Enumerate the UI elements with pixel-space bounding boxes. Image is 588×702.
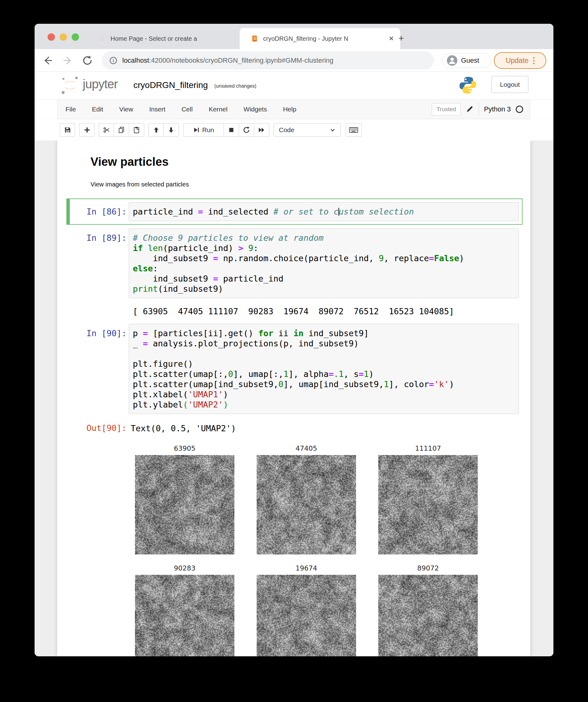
chevron-down-icon bbox=[329, 127, 336, 133]
restart-run-all-button[interactable] bbox=[254, 123, 269, 137]
output-prompt: Out[90]: bbox=[70, 423, 127, 434]
menu-item-kernel[interactable]: Kernel bbox=[201, 106, 235, 113]
chrome-update-button[interactable]: Update bbox=[494, 52, 546, 69]
particle-image-63905: 63905 bbox=[135, 445, 234, 555]
code-cell-86[interactable]: In [86]:particle_ind = ind_selected # or… bbox=[67, 199, 522, 225]
code-editor[interactable]: p = [particles[ii].get() for ii in ind_s… bbox=[129, 324, 519, 414]
paste-icon bbox=[133, 126, 140, 134]
jupyter-logo-icon[interactable] bbox=[60, 75, 80, 95]
cell-type-select[interactable]: Code bbox=[274, 123, 340, 137]
menu-item-cell[interactable]: Cell bbox=[174, 106, 201, 113]
profile-name: Guest bbox=[461, 56, 479, 65]
menu-item-file[interactable]: File bbox=[58, 106, 84, 113]
menu-item-view[interactable]: View bbox=[111, 106, 141, 113]
save-group bbox=[60, 123, 75, 137]
copy-cell-button[interactable] bbox=[114, 123, 129, 137]
browser-tab-notebook-active[interactable]: cryoDRGN_filtering - Jupyter N ✕ bbox=[239, 28, 400, 49]
input-prompt: In [89]: bbox=[70, 228, 127, 298]
browser-toolbar: localhost:42000/notebooks/cryoDRGN_filte… bbox=[34, 49, 554, 72]
update-label: Update bbox=[505, 56, 528, 65]
profile-button[interactable]: Guest bbox=[442, 53, 491, 68]
menu-item-insert[interactable]: Insert bbox=[141, 106, 174, 113]
menubar-divider bbox=[479, 103, 479, 116]
move-cell-group bbox=[149, 123, 179, 137]
reload-icon[interactable] bbox=[82, 55, 93, 66]
logout-button[interactable]: Logout bbox=[491, 76, 528, 93]
notebook-scroll-area[interactable]: View particles View images from selected… bbox=[34, 140, 554, 656]
particle-micrograph-canvas bbox=[135, 455, 234, 555]
particle-micrograph-canvas bbox=[378, 455, 478, 555]
tab-title: cryoDRGN_filtering - Jupyter N bbox=[263, 35, 387, 42]
chrome-menu-icon[interactable] bbox=[533, 57, 534, 64]
traffic-light-close-button[interactable] bbox=[47, 33, 55, 41]
run-cell-button[interactable]: Run bbox=[183, 123, 224, 137]
traffic-light-zoom-button[interactable] bbox=[72, 33, 79, 41]
logout-label: Logout bbox=[500, 81, 520, 88]
tab-close-icon[interactable]: ✕ bbox=[387, 34, 396, 43]
url-address-bar[interactable]: localhost:42000/notebooks/cryoDRGN_filte… bbox=[102, 51, 434, 70]
kernel-name: Python 3 bbox=[484, 105, 511, 113]
add-cell-button[interactable] bbox=[79, 123, 95, 137]
particle-image-47405: 47405 bbox=[257, 445, 356, 555]
particle-image-19674: 19674 bbox=[257, 564, 356, 656]
run-group: Run bbox=[183, 123, 269, 137]
markdown-paragraph: View images from selected particles bbox=[91, 181, 522, 188]
menu-item-edit[interactable]: Edit bbox=[84, 106, 111, 113]
menu-item-widgets[interactable]: Widgets bbox=[235, 106, 275, 113]
code-editor[interactable]: particle_ind = ind_selected # or set to … bbox=[129, 202, 519, 221]
code-cell-90[interactable]: In [90]:p = [particles[ii].get() for ii … bbox=[67, 320, 522, 437]
keyboard-icon bbox=[349, 126, 358, 134]
trusted-badge[interactable]: Trusted bbox=[432, 103, 461, 115]
code-editor[interactable]: # Choose 9 particles to view at randomif… bbox=[129, 228, 519, 298]
move-cell-up-button[interactable] bbox=[149, 123, 164, 137]
forward-icon[interactable] bbox=[63, 55, 74, 66]
traffic-light-minimize-button[interactable] bbox=[60, 33, 67, 41]
move-cell-down-button[interactable] bbox=[164, 123, 179, 137]
screenshot-root: { "browser": { "tabs": [ {"title": "Home… bbox=[0, 0, 588, 702]
menu-items: FileEditViewInsertCellKernelWidgetsHelp bbox=[58, 106, 304, 113]
restart-kernel-button[interactable] bbox=[239, 123, 254, 137]
particle-micrograph-canvas bbox=[378, 575, 478, 656]
notebook-title[interactable]: cryoDRGN_filtering bbox=[133, 80, 208, 90]
interrupt-kernel-button[interactable] bbox=[224, 123, 239, 137]
particle-image-89072: 89072 bbox=[378, 564, 478, 656]
particle-micrograph-canvas bbox=[257, 575, 356, 656]
jupyter-logo-text[interactable]: jupyter bbox=[83, 77, 118, 91]
particle-image-title: 63905 bbox=[135, 445, 234, 453]
figure-row-1: 6390547405111107 bbox=[135, 445, 522, 555]
jupyter-menubar: FileEditViewInsertCellKernelWidgetsHelp … bbox=[57, 99, 530, 119]
code-cell-89[interactable]: In [89]:# Choose 9 particles to view at … bbox=[67, 225, 522, 320]
plus-icon bbox=[84, 127, 91, 133]
cell-list: In [86]:particle_ind = ind_selected # or… bbox=[67, 199, 522, 437]
menu-item-help[interactable]: Help bbox=[275, 106, 304, 113]
particle-micrograph-canvas bbox=[135, 575, 234, 656]
input-prompt: In [90]: bbox=[70, 324, 127, 414]
cut-cell-button[interactable] bbox=[99, 123, 114, 137]
particle-micrograph-canvas bbox=[257, 455, 356, 555]
stdout-output: [ 63905 47405 111107 90283 19674 89072 7… bbox=[133, 306, 454, 317]
clipboard-group bbox=[99, 123, 144, 137]
copy-icon bbox=[118, 126, 125, 134]
url-text: localhost:42000/notebooks/cryoDRGN_filte… bbox=[122, 56, 333, 65]
back-icon[interactable] bbox=[42, 55, 53, 66]
notebook-save-status: (unsaved changes) bbox=[214, 83, 256, 89]
browser-tab-bar: Home Page - Select or create a ✕ cryoDRG… bbox=[34, 24, 554, 49]
save-button[interactable] bbox=[60, 123, 75, 137]
stop-icon bbox=[228, 127, 234, 133]
paste-cell-button[interactable] bbox=[129, 123, 144, 137]
command-palette-button[interactable] bbox=[346, 123, 362, 137]
page-info-icon[interactable] bbox=[109, 56, 117, 65]
browser-tab-home[interactable]: Home Page - Select or create a ✕ bbox=[90, 28, 252, 49]
markdown-heading: View particles bbox=[91, 155, 522, 168]
jupyter-header: jupyter cryoDRGN_filtering (unsaved chan… bbox=[34, 72, 554, 99]
figure-row-2: 902831967489072 bbox=[135, 564, 522, 656]
jupyter-favicon-icon bbox=[98, 35, 106, 42]
particle-image-title: 19674 bbox=[257, 564, 356, 572]
particle-figure-grid: 6390547405111107902831967489072 bbox=[67, 445, 522, 656]
arrow-down-icon bbox=[168, 127, 175, 133]
new-tab-button[interactable]: + bbox=[395, 32, 407, 44]
arrow-up-icon bbox=[153, 127, 160, 133]
avatar-icon bbox=[447, 55, 457, 66]
cell-type-value: Code bbox=[279, 126, 294, 134]
jupyter-toolbar-row: Run bbox=[34, 119, 554, 140]
